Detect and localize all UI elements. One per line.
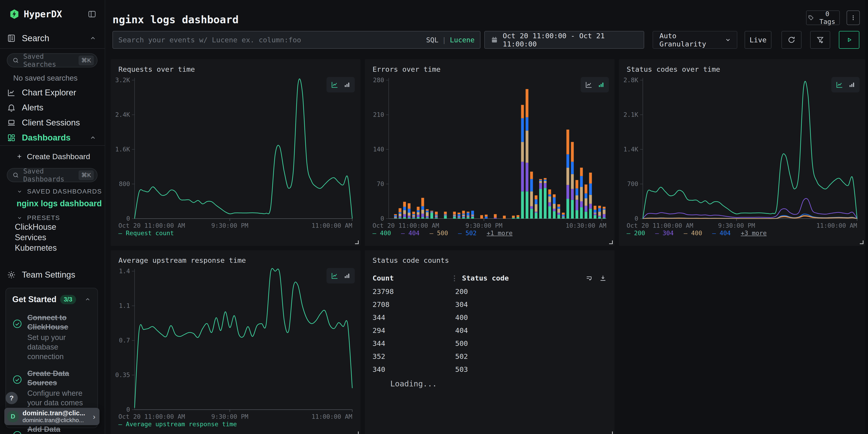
- table-row[interactable]: 294 404: [373, 324, 607, 337]
- column-header-count[interactable]: Count: [373, 274, 451, 282]
- wrap-lines-icon[interactable]: [585, 274, 593, 282]
- column-resize-handle[interactable]: ⋮: [451, 274, 458, 282]
- sidebar-item-nginx-logs-dashboard[interactable]: nginx logs dashboard: [17, 198, 105, 209]
- sidebar-item-chart-explorer[interactable]: Chart Explorer: [0, 85, 105, 100]
- sidebar-item-services[interactable]: Services: [15, 232, 105, 243]
- help-button[interactable]: ?: [5, 392, 18, 404]
- svg-text:0: 0: [380, 215, 384, 222]
- table-body: 23798 200 2708 304 344 400 294 404 344 5…: [373, 285, 607, 376]
- sidebar-item-label: Client Sessions: [22, 118, 97, 127]
- legend-item[interactable]: — 400: [373, 229, 391, 237]
- legend-item[interactable]: — Average upstream response time: [118, 421, 237, 428]
- chevron-up-icon[interactable]: [84, 296, 91, 303]
- legend-item[interactable]: — 500: [430, 229, 448, 237]
- table-row[interactable]: 2708 304: [373, 298, 607, 311]
- sidebar-item-label: Chart Explorer: [22, 88, 97, 97]
- presets-group[interactable]: PRESETS: [17, 214, 105, 222]
- cell-count: 294: [373, 326, 451, 335]
- get-started-step-connect[interactable]: Connect to ClickHouse Set up your databa…: [12, 313, 91, 361]
- loading-text: Loading...: [390, 379, 437, 388]
- column-header-status-code[interactable]: Status code: [462, 274, 509, 282]
- svg-text:1.4: 1.4: [119, 268, 130, 275]
- date-range-value: Oct 20 11:00:00 - Oct 21 11:00:00: [503, 32, 638, 48]
- legend-item[interactable]: — 502: [458, 229, 476, 237]
- bell-icon: [7, 103, 16, 112]
- cell-status-code: 304: [455, 300, 468, 309]
- create-dashboard-button[interactable]: Create Dashboard: [0, 149, 105, 163]
- collapse-sidebar-button[interactable]: [87, 9, 97, 19]
- gear-icon: [7, 270, 16, 279]
- user-name: dominic.tran@clic...: [23, 409, 93, 417]
- table-row[interactable]: 340 503: [373, 363, 607, 376]
- bar-chart-toggle[interactable]: [343, 272, 351, 279]
- legend-more-link[interactable]: +1 more: [487, 229, 513, 237]
- cell-status-code: 500: [455, 339, 468, 347]
- date-range-picker[interactable]: Oct 20 11:00:00 - Oct 21 11:00:00: [484, 31, 644, 49]
- legend-item[interactable]: — Request count: [118, 229, 174, 237]
- svg-text:11:00:00 AM: 11:00:00 AM: [311, 413, 352, 420]
- svg-text:1.6K: 1.6K: [115, 146, 130, 153]
- line-chart-toggle[interactable]: [331, 81, 339, 89]
- line-chart-toggle[interactable]: [835, 81, 844, 89]
- chevron-up-icon[interactable]: [89, 35, 97, 42]
- more-options-button[interactable]: [846, 10, 860, 25]
- sidebar-nav: Chart Explorer Alerts Client Sessions Da…: [0, 85, 105, 145]
- brand-name: HyperDX: [24, 9, 87, 19]
- granularity-value: Auto Granularity: [659, 32, 724, 48]
- legend-more-link[interactable]: +3 more: [741, 229, 767, 237]
- chart-type-toggle: [327, 77, 355, 92]
- event-search-input[interactable]: Search your events w/ Lucene ex. column:…: [113, 31, 480, 49]
- table-row[interactable]: 344 500: [373, 337, 607, 350]
- svg-text:1.4K: 1.4K: [623, 146, 639, 153]
- chart-type-toggle: [831, 77, 860, 92]
- line-chart-toggle[interactable]: [585, 81, 593, 89]
- bar-chart-toggle[interactable]: [848, 81, 856, 88]
- legend-item[interactable]: — 400: [684, 229, 702, 237]
- panel-title: Status codes over time: [627, 65, 720, 73]
- svg-text:70: 70: [377, 180, 384, 187]
- search-icon: [12, 172, 19, 179]
- sidebar-item-clickhouse[interactable]: ClickHouse: [15, 222, 105, 232]
- sidebar-item-alerts[interactable]: Alerts: [0, 100, 105, 115]
- live-button[interactable]: Live: [745, 31, 771, 49]
- chevron-down-icon: [17, 189, 23, 194]
- run-query-button[interactable]: [839, 31, 859, 49]
- sql-mode-toggle[interactable]: SQL: [426, 36, 438, 44]
- table-row[interactable]: 344 400: [373, 311, 607, 324]
- legend-item[interactable]: — 404: [712, 229, 731, 237]
- table-row[interactable]: 352 502: [373, 350, 607, 363]
- sidebar-item-search[interactable]: Search: [0, 28, 105, 48]
- sidebar-item-label: Team Settings: [22, 270, 97, 280]
- granularity-select[interactable]: Auto Granularity: [653, 31, 737, 49]
- bar-chart-toggle[interactable]: [343, 81, 351, 88]
- sidebar-item-client-sessions[interactable]: Client Sessions: [0, 115, 105, 130]
- svg-text:3.2K: 3.2K: [115, 76, 130, 84]
- sidebar-item-kubernetes[interactable]: Kubernetes: [15, 243, 105, 253]
- scrollbar-gutter[interactable]: [865, 0, 868, 434]
- line-chart-toggle[interactable]: [331, 272, 339, 280]
- legend-item[interactable]: — 200: [627, 229, 645, 237]
- svg-text:140: 140: [373, 146, 384, 153]
- svg-text:2.8K: 2.8K: [623, 76, 639, 84]
- saved-searches-input[interactable]: Saved Searches ⌘K: [7, 53, 97, 67]
- download-icon[interactable]: [599, 274, 607, 282]
- chevron-up-icon[interactable]: [89, 134, 97, 142]
- cell-status-code: 503: [455, 365, 468, 373]
- user-menu[interactable]: D dominic.tran@clic... dominic.tran@clic…: [4, 408, 99, 425]
- table-row[interactable]: 23798 200: [373, 285, 607, 298]
- sidebar-item-dashboards[interactable]: Dashboards: [0, 130, 105, 145]
- sidebar-item-team-settings[interactable]: Team Settings: [0, 267, 105, 282]
- laptop-icon: [7, 118, 16, 127]
- legend-item[interactable]: — 404: [401, 229, 420, 237]
- svg-text:0.35: 0.35: [115, 371, 130, 378]
- saved-dashboards-input[interactable]: Saved Dashboards ⌘K: [7, 168, 97, 182]
- legend-item[interactable]: — 304: [655, 229, 674, 237]
- refresh-button[interactable]: [781, 31, 802, 49]
- filter-button[interactable]: [810, 31, 830, 49]
- get-started-step-add-data[interactable]: Add Data Start sending logs, metrics, or…: [12, 425, 91, 434]
- tags-button[interactable]: 0 Tags: [806, 10, 840, 25]
- get-started-progress-badge: 3/3: [60, 295, 76, 304]
- bar-chart-toggle[interactable]: [597, 81, 605, 88]
- saved-dashboards-group[interactable]: SAVED DASHBOARDS: [17, 188, 105, 195]
- lucene-mode-toggle[interactable]: Lucene: [450, 36, 474, 44]
